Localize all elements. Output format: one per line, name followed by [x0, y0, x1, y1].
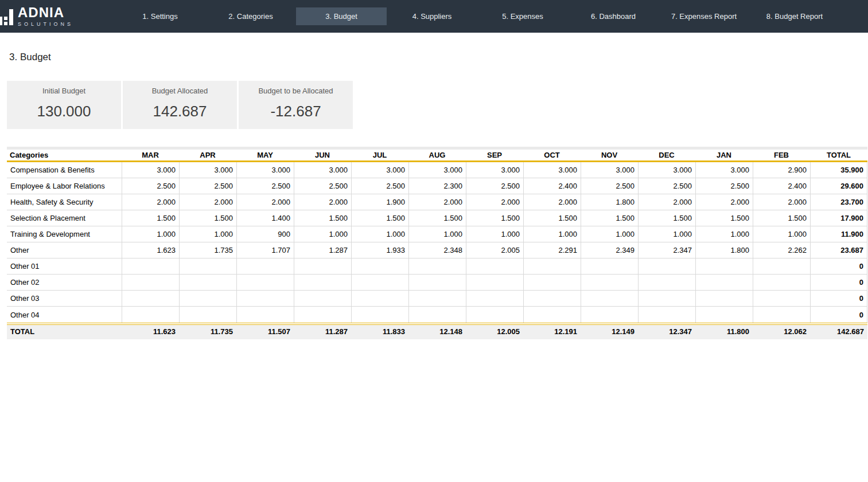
budget-cell[interactable]: 1.500 — [408, 210, 466, 226]
budget-cell[interactable]: 2.000 — [753, 194, 810, 210]
budget-cell[interactable]: 2.000 — [179, 194, 236, 210]
budget-cell[interactable]: 1.000 — [695, 226, 753, 242]
category-cell[interactable]: Training & Development — [7, 226, 122, 242]
budget-cell[interactable] — [466, 291, 523, 307]
budget-cell[interactable] — [294, 258, 351, 275]
budget-cell[interactable]: 2.349 — [581, 242, 638, 258]
nav-tab-6-dashboard[interactable]: 6. Dashboard — [568, 7, 659, 25]
budget-cell[interactable] — [523, 258, 581, 275]
budget-cell[interactable]: 2.347 — [638, 242, 695, 258]
budget-cell[interactable] — [294, 275, 351, 291]
budget-cell[interactable]: 2.000 — [122, 194, 179, 210]
budget-cell[interactable]: 2.500 — [581, 178, 638, 194]
category-cell[interactable]: Employee & Labor Relations — [7, 178, 122, 194]
budget-cell[interactable] — [695, 307, 753, 323]
budget-cell[interactable]: 1.000 — [294, 226, 351, 242]
budget-cell[interactable] — [638, 275, 695, 291]
budget-cell[interactable] — [581, 291, 638, 307]
budget-cell[interactable] — [179, 275, 236, 291]
budget-cell[interactable] — [753, 258, 810, 275]
category-cell[interactable]: Other 04 — [7, 307, 122, 323]
budget-cell[interactable] — [466, 275, 523, 291]
budget-cell[interactable]: 2.000 — [466, 194, 523, 210]
budget-cell[interactable] — [753, 275, 810, 291]
budget-cell[interactable]: 3.000 — [466, 162, 523, 178]
budget-cell[interactable]: 1.735 — [179, 242, 236, 258]
nav-tab-5-expenses[interactable]: 5. Expenses — [477, 7, 568, 25]
budget-cell[interactable]: 1.500 — [638, 210, 695, 226]
budget-cell[interactable]: 2.000 — [695, 194, 753, 210]
budget-cell[interactable] — [351, 291, 408, 307]
budget-cell[interactable]: 3.000 — [236, 162, 294, 178]
budget-cell[interactable]: 1.000 — [581, 226, 638, 242]
budget-cell[interactable] — [466, 258, 523, 275]
budget-cell[interactable]: 3.000 — [523, 162, 581, 178]
budget-cell[interactable] — [695, 291, 753, 307]
budget-cell[interactable]: 3.000 — [351, 162, 408, 178]
budget-cell[interactable]: 2.000 — [523, 194, 581, 210]
budget-cell[interactable]: 1.000 — [638, 226, 695, 242]
budget-cell[interactable]: 2.000 — [638, 194, 695, 210]
budget-cell[interactable]: 1.000 — [523, 226, 581, 242]
budget-cell[interactable]: 1.000 — [179, 226, 236, 242]
budget-cell[interactable]: 3.000 — [122, 162, 179, 178]
nav-tab-4-suppliers[interactable]: 4. Suppliers — [387, 7, 477, 25]
budget-cell[interactable]: 3.000 — [638, 162, 695, 178]
budget-cell[interactable]: 2.000 — [294, 194, 351, 210]
budget-cell[interactable] — [581, 275, 638, 291]
budget-cell[interactable]: 2.300 — [408, 178, 466, 194]
budget-cell[interactable] — [236, 307, 294, 323]
budget-cell[interactable]: 2.900 — [753, 162, 810, 178]
budget-cell[interactable]: 1.500 — [695, 210, 753, 226]
budget-cell[interactable] — [122, 291, 179, 307]
budget-cell[interactable]: 1.900 — [351, 194, 408, 210]
budget-cell[interactable] — [122, 275, 179, 291]
budget-cell[interactable]: 2.500 — [695, 178, 753, 194]
budget-cell[interactable] — [523, 291, 581, 307]
budget-cell[interactable]: 1.500 — [581, 210, 638, 226]
budget-cell[interactable]: 2.500 — [466, 178, 523, 194]
budget-cell[interactable] — [638, 258, 695, 275]
budget-cell[interactable] — [638, 291, 695, 307]
budget-cell[interactable]: 2.500 — [179, 178, 236, 194]
budget-cell[interactable]: 2.291 — [523, 242, 581, 258]
budget-cell[interactable]: 3.000 — [581, 162, 638, 178]
budget-cell[interactable]: 2.500 — [294, 178, 351, 194]
budget-cell[interactable] — [753, 307, 810, 323]
budget-cell[interactable]: 3.000 — [408, 162, 466, 178]
category-cell[interactable]: Other — [7, 242, 122, 258]
budget-cell[interactable] — [408, 275, 466, 291]
budget-cell[interactable]: 2.000 — [236, 194, 294, 210]
budget-cell[interactable]: 1.500 — [294, 210, 351, 226]
budget-cell[interactable]: 1.500 — [179, 210, 236, 226]
nav-tab-1-settings[interactable]: 1. Settings — [115, 7, 205, 25]
budget-cell[interactable]: 1.500 — [122, 210, 179, 226]
budget-cell[interactable]: 1.000 — [466, 226, 523, 242]
budget-cell[interactable] — [122, 307, 179, 323]
budget-cell[interactable] — [294, 307, 351, 323]
budget-cell[interactable]: 1.000 — [753, 226, 810, 242]
budget-cell[interactable]: 1.500 — [351, 210, 408, 226]
budget-cell[interactable] — [523, 307, 581, 323]
budget-cell[interactable] — [122, 258, 179, 275]
budget-cell[interactable]: 2.348 — [408, 242, 466, 258]
budget-cell[interactable] — [236, 258, 294, 275]
budget-cell[interactable]: 1.800 — [695, 242, 753, 258]
budget-cell[interactable] — [408, 291, 466, 307]
budget-cell[interactable] — [408, 307, 466, 323]
budget-cell[interactable]: 1.000 — [122, 226, 179, 242]
budget-cell[interactable] — [179, 258, 236, 275]
budget-cell[interactable] — [695, 275, 753, 291]
nav-tab-7-expenses-report[interactable]: 7. Expenses Report — [659, 7, 749, 25]
budget-cell[interactable]: 1.623 — [122, 242, 179, 258]
category-cell[interactable]: Selection & Placement — [7, 210, 122, 226]
budget-cell[interactable] — [236, 275, 294, 291]
budget-cell[interactable] — [351, 258, 408, 275]
budget-cell[interactable]: 3.000 — [695, 162, 753, 178]
budget-cell[interactable] — [179, 291, 236, 307]
budget-cell[interactable]: 3.000 — [179, 162, 236, 178]
budget-cell[interactable]: 1.707 — [236, 242, 294, 258]
budget-cell[interactable] — [294, 291, 351, 307]
category-cell[interactable]: Other 02 — [7, 275, 122, 291]
budget-cell[interactable]: 1.500 — [753, 210, 810, 226]
